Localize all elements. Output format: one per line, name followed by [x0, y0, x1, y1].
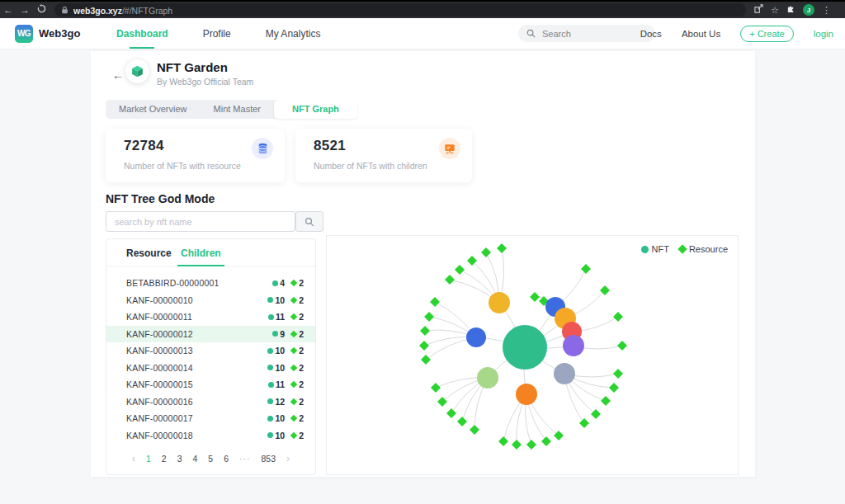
resource-node[interactable] — [617, 341, 627, 351]
page-6[interactable]: 6 — [224, 454, 229, 464]
legend-item-nft[interactable]: NFT — [641, 244, 669, 254]
resource-node[interactable] — [497, 243, 507, 253]
browser-back-icon[interactable]: ← — [0, 2, 17, 18]
nav-link-profile[interactable]: Profile — [203, 19, 231, 49]
resource-node[interactable] — [591, 409, 601, 419]
browser-reload-icon[interactable] — [33, 2, 50, 18]
table-row[interactable]: KANF-0000001292 — [106, 326, 315, 343]
tab-mint-master[interactable]: Mint Master — [201, 100, 274, 119]
resource-node[interactable] — [581, 264, 591, 274]
table-row[interactable]: KANF-00000015112 — [106, 376, 315, 393]
resource-node[interactable] — [579, 418, 589, 428]
table-row[interactable]: KANF-00000010102 — [106, 292, 315, 309]
tab-nft-graph[interactable]: NFT Graph — [274, 100, 357, 119]
resource-node[interactable] — [526, 440, 536, 450]
nft-tree-graph[interactable] — [327, 236, 738, 474]
resource-count: 2 — [299, 363, 304, 373]
resource-count-icon — [290, 347, 297, 354]
page-2[interactable]: 2 — [162, 454, 167, 464]
graph-legend: NFTResource — [641, 244, 728, 254]
about-us-link[interactable]: About Us — [682, 29, 720, 39]
resource-node[interactable] — [498, 436, 508, 446]
nft-node[interactable] — [489, 292, 510, 313]
resource-node[interactable] — [421, 355, 431, 365]
resource-node[interactable] — [424, 312, 434, 322]
resource-node[interactable] — [481, 247, 491, 257]
nft-count-icon — [268, 314, 274, 320]
browser-forward-icon[interactable]: → — [17, 2, 33, 18]
resource-node[interactable] — [420, 326, 430, 336]
back-arrow-icon[interactable]: ← — [112, 68, 124, 82]
resource-node[interactable] — [541, 436, 551, 446]
table-row[interactable]: KANF-00000014102 — [106, 360, 315, 377]
page-prev[interactable]: ‹ — [132, 453, 135, 464]
bookmark-star-icon[interactable]: ☆ — [771, 2, 779, 17]
nft-center-node[interactable] — [503, 325, 547, 370]
brand[interactable]: WG Web3go — [15, 25, 101, 43]
stat-label: Number of NFTs with resource — [124, 161, 241, 171]
table-row[interactable]: BETABBIRD-0000000142 — [106, 275, 315, 292]
resource-node[interactable] — [446, 408, 456, 418]
docs-link[interactable]: Docs — [640, 29, 662, 39]
web3go-logo-icon: WG — [15, 25, 33, 43]
stat-value: 72784 — [124, 138, 164, 154]
create-button[interactable]: + Create — [740, 26, 794, 42]
page-853[interactable]: 853 — [262, 454, 276, 464]
page-3[interactable]: 3 — [177, 454, 182, 464]
page-subtitle: By Web3go Official Team — [157, 77, 253, 87]
browser-menu-icon[interactable]: ⋮ — [822, 2, 831, 17]
browser-profile-avatar[interactable]: J — [803, 4, 814, 16]
table-row[interactable]: KANF-00000011112 — [106, 309, 315, 326]
nft-node[interactable] — [563, 335, 584, 356]
resource-node[interactable] — [613, 312, 623, 322]
page-5[interactable]: 5 — [208, 454, 213, 464]
nft-node[interactable] — [466, 327, 486, 347]
nav-link-my-analytics[interactable]: My Analytics — [266, 19, 321, 49]
resource-node[interactable] — [445, 275, 455, 285]
main-content-card: ← NFT Garden By Web3go Official Team Mar… — [91, 51, 755, 477]
resource-node[interactable] — [601, 396, 611, 406]
resource-node[interactable] — [419, 341, 429, 351]
share-icon[interactable] — [754, 2, 763, 17]
resource-node[interactable] — [512, 440, 522, 450]
page-1[interactable]: 1 — [146, 454, 151, 464]
nft-count: 4 — [280, 278, 285, 288]
nft-graph-panel[interactable]: NFTResource — [326, 235, 739, 475]
resource-node[interactable] — [455, 265, 465, 275]
page-4[interactable]: 4 — [192, 454, 197, 464]
table-row[interactable]: KANF-00000013102 — [106, 342, 315, 360]
resource-node[interactable] — [530, 292, 540, 302]
nft-search-button[interactable] — [295, 211, 323, 232]
resource-node[interactable] — [470, 425, 479, 435]
nft-node[interactable] — [554, 363, 575, 384]
extensions-puzzle-icon[interactable] — [786, 2, 795, 17]
resource-node[interactable] — [430, 297, 440, 307]
resource-node[interactable] — [613, 369, 623, 379]
resource-count: 2 — [299, 431, 304, 440]
resource-node[interactable] — [554, 431, 564, 440]
page-ellipsis[interactable]: ··· — [239, 454, 251, 464]
resource-node[interactable] — [457, 417, 467, 426]
nav-link-dashboard[interactable]: Dashboard — [116, 19, 168, 49]
page-next[interactable]: › — [286, 453, 290, 464]
table-row[interactable]: KANF-00000017102 — [106, 410, 315, 427]
tab-market-overview[interactable]: Market Overview — [106, 100, 201, 119]
nft-name: KANF-00000016 — [126, 397, 267, 407]
resource-node[interactable] — [431, 383, 441, 393]
url-bar[interactable]: web3go.xyz/#/NFTGraph — [54, 3, 746, 16]
url-host: web3go.xyz — [73, 6, 122, 16]
global-search[interactable]: Search — [518, 25, 655, 42]
nft-search-input[interactable] — [106, 211, 295, 232]
stat-card-resource: 72784 Number of NFTs with resource — [106, 129, 285, 182]
list-tab-children[interactable]: Children — [181, 247, 221, 259]
legend-item-resource[interactable]: Resource — [679, 244, 728, 254]
login-link[interactable]: login — [814, 29, 833, 39]
resource-node[interactable] — [609, 383, 619, 393]
resource-count: 2 — [299, 397, 304, 407]
nft-name: KANF-00000018 — [126, 431, 267, 440]
nft-node[interactable] — [477, 367, 498, 389]
list-tab-resource[interactable]: Resource — [126, 247, 172, 259]
nft-node[interactable] — [516, 384, 537, 405]
table-row[interactable]: KANF-00000016122 — [106, 393, 315, 411]
table-row[interactable]: KANF-00000018102 — [106, 427, 315, 445]
